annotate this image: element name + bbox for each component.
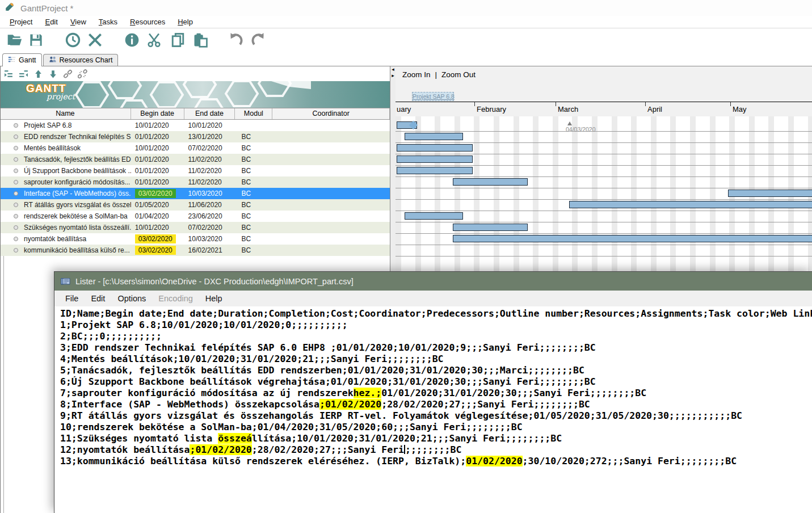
gantt-task-bar[interactable] bbox=[453, 178, 528, 186]
end-date-cell: 07/02/2020 bbox=[184, 142, 235, 154]
unlink-tasks-button[interactable] bbox=[78, 69, 87, 79]
task-name: Tanácsadók, fejlesztők beállítás ED... bbox=[24, 155, 131, 163]
begin-date-cell: 10/01/2020 bbox=[131, 120, 184, 131]
column-header-coordinator[interactable]: Coordinator bbox=[272, 108, 390, 119]
tab-resources-chart[interactable]: Resources Chart bbox=[43, 54, 119, 66]
arrow-up-icon bbox=[33, 71, 43, 81]
lister-titlebar[interactable]: Lister - [c:\Users\simon\OneDrive - DXC … bbox=[54, 272, 812, 291]
begin-date-cell: 01/01/2020 bbox=[131, 154, 184, 165]
panel-splitter[interactable]: ◂ ▸ bbox=[390, 66, 396, 271]
coordinator-cell bbox=[272, 142, 390, 154]
coordinator-cell bbox=[272, 131, 390, 142]
column-header-begin-date[interactable]: Begin date bbox=[131, 108, 184, 119]
end-date-cell: 10/03/2020 bbox=[184, 188, 235, 199]
task-row-12[interactable]: kommunikáció beállítása külső re...03/02… bbox=[0, 245, 390, 256]
end-date-cell: 07/02/2020 bbox=[184, 222, 235, 233]
move-task-up-button[interactable] bbox=[33, 69, 43, 79]
outdent-task-button[interactable] bbox=[19, 69, 28, 79]
gantt-task-bar[interactable] bbox=[728, 190, 812, 197]
toolbar-task-history-button[interactable] bbox=[64, 32, 81, 49]
task-row-6[interactable]: saprouter konfiguráció módosítás...01/01… bbox=[0, 176, 390, 188]
csv-line: 10;rendszerek bekötése a SolMan-ba;01/04… bbox=[60, 422, 812, 433]
gantt-task-bar[interactable] bbox=[397, 155, 473, 163]
lister-menu-help[interactable]: Help bbox=[199, 292, 229, 305]
column-header-end-date[interactable]: End date bbox=[184, 108, 235, 119]
task-name: rendszerek bekötése a SolMan-ba bbox=[24, 212, 128, 220]
task-bullet-icon bbox=[14, 237, 18, 241]
task-bullet-icon bbox=[14, 123, 18, 128]
task-row-2[interactable]: EDD rendszer Technikai felépítés S...01/… bbox=[0, 131, 390, 142]
collapse-right-icon[interactable]: ▸ bbox=[392, 73, 394, 78]
gantt-chart-panel: Zoom In|Zoom Out Projekt SAP 6.8 uaryFeb… bbox=[396, 66, 812, 271]
zoom-in-link[interactable]: Zoom In bbox=[402, 70, 431, 79]
coordinator-cell bbox=[272, 233, 390, 245]
csv-line: 11;Szükséges nyomtató lista összeállítás… bbox=[60, 433, 812, 444]
column-header-name[interactable]: Name bbox=[0, 108, 131, 119]
month-label: uary bbox=[397, 105, 411, 113]
lister-menu-edit[interactable]: Edit bbox=[85, 292, 111, 305]
panel-inner-border bbox=[3, 256, 4, 513]
window-title: GanttProject * bbox=[20, 3, 73, 13]
task-name: Interface (SAP - WebMethods) öss... bbox=[24, 190, 131, 197]
gantt-task-bar[interactable] bbox=[453, 235, 812, 242]
toolbar-paste-button[interactable] bbox=[192, 32, 209, 49]
gantt-task-bar[interactable] bbox=[453, 224, 528, 231]
tab-gantt[interactable]: Gantt bbox=[2, 53, 42, 66]
row-separator bbox=[396, 176, 812, 177]
toolbar-undo-button[interactable] bbox=[226, 32, 243, 49]
task-name: EDD rendszer Technikai felépítés S... bbox=[24, 133, 131, 141]
gantt-task-bar[interactable] bbox=[405, 212, 463, 220]
task-row-5[interactable]: Új Szupport Backbone beállítások ...01/0… bbox=[0, 165, 390, 176]
menu-view[interactable]: View bbox=[64, 16, 92, 27]
menu-help[interactable]: Help bbox=[171, 16, 199, 27]
lister-menu-options[interactable]: Options bbox=[111, 292, 152, 305]
modul-cell: BC bbox=[235, 199, 272, 211]
lister-title-text: Lister - [c:\Users\simon\OneDrive - DXC … bbox=[75, 277, 354, 286]
gantt-logo-banner: GANTT project bbox=[0, 81, 390, 108]
toolbar-copy-button[interactable] bbox=[169, 32, 186, 49]
toolbar-cut-button[interactable] bbox=[145, 32, 162, 49]
column-header-modul[interactable]: Modul bbox=[235, 108, 272, 119]
gantt-task-bar[interactable] bbox=[397, 167, 473, 174]
zoom-out-link[interactable]: Zoom Out bbox=[441, 70, 476, 79]
toolbar-task-properties-button[interactable] bbox=[123, 32, 140, 49]
toolbar-save-project-button[interactable] bbox=[27, 32, 44, 49]
menu-resources[interactable]: Resources bbox=[124, 16, 171, 27]
chart-zoom-controls: Zoom In|Zoom Out bbox=[402, 70, 480, 79]
task-row-9[interactable]: rendszerek bekötése a SolMan-ba01/04/202… bbox=[0, 211, 390, 222]
lister-menu-file[interactable]: File bbox=[59, 292, 85, 305]
gantt-task-bar[interactable] bbox=[405, 133, 463, 140]
toolbar-delete-task-button[interactable] bbox=[86, 32, 103, 49]
gantt-task-bar[interactable] bbox=[569, 201, 812, 208]
begin-date-cell: 03/02/2020 bbox=[131, 233, 184, 245]
ganttproject-app-icon bbox=[5, 2, 15, 14]
date-marker-label: 04/03/2020 bbox=[566, 126, 596, 133]
task-row-7[interactable]: Interface (SAP - WebMethods) öss...03/02… bbox=[0, 188, 390, 199]
csv-line: 6;Új Szupport Backbone beállítások végre… bbox=[60, 376, 812, 388]
month-tick bbox=[556, 102, 556, 106]
task-bullet-icon bbox=[14, 225, 18, 230]
search-highlight: ;01/02/2020 bbox=[319, 399, 381, 410]
indent-list-icon bbox=[4, 71, 14, 81]
menu-project[interactable]: Project bbox=[3, 16, 39, 27]
task-row-11[interactable]: nyomtatók beállítása03/02/202010/03/2020… bbox=[0, 233, 390, 245]
toolbar-redo-button[interactable] bbox=[250, 32, 267, 49]
menu-tasks[interactable]: Tasks bbox=[92, 16, 124, 27]
move-task-down-button[interactable] bbox=[48, 69, 58, 79]
indent-task-button[interactable] bbox=[4, 69, 14, 79]
task-row-1[interactable]: Projekt SAP 6.810/01/202010/01/2020 bbox=[0, 120, 390, 131]
task-row-10[interactable]: Szükséges nyomtató lista összeállí...10/… bbox=[0, 222, 390, 233]
task-row-3[interactable]: Mentés beállítások10/01/202007/02/2020BC bbox=[0, 142, 390, 154]
chart-body: 04/03/2020 bbox=[396, 116, 812, 271]
task-row-8[interactable]: RT átállás gyors vizsgálat és összeh...0… bbox=[0, 199, 390, 211]
lister-file-content[interactable]: ID;Name;Begin date;End date;Duration;Com… bbox=[54, 306, 812, 513]
lister-menubar: FileEditOptionsEncodingHelp bbox=[54, 291, 812, 306]
view-tab-bar: GanttResources Chart bbox=[0, 53, 812, 66]
toolbar-open-project-button[interactable] bbox=[6, 32, 23, 49]
menu-edit[interactable]: Edit bbox=[39, 16, 64, 27]
task-row-4[interactable]: Tanácsadók, fejlesztők beállítás ED...01… bbox=[0, 154, 390, 165]
link-tasks-button[interactable] bbox=[63, 69, 73, 79]
lister-window: Lister - [c:\Users\simon\OneDrive - DXC … bbox=[54, 271, 812, 513]
gantt-task-bar[interactable] bbox=[397, 144, 473, 152]
collapse-left-icon[interactable]: ◂ bbox=[392, 66, 394, 72]
